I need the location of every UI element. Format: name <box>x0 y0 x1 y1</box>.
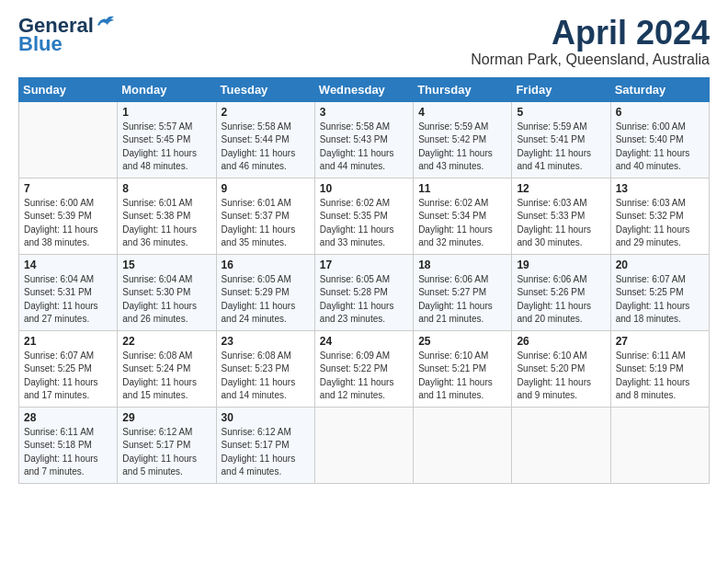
day-info: Sunrise: 6:01 AM Sunset: 5:37 PM Dayligh… <box>222 197 310 250</box>
day-number: 5 <box>517 106 605 119</box>
calendar-cell: 21Sunrise: 6:07 AM Sunset: 5:25 PM Dayli… <box>19 330 118 407</box>
day-number: 10 <box>320 182 408 195</box>
day-number: 18 <box>418 259 506 271</box>
day-info: Sunrise: 6:10 AM Sunset: 5:20 PM Dayligh… <box>517 350 605 403</box>
day-number: 19 <box>517 259 605 271</box>
calendar-cell: 7Sunrise: 6:00 AM Sunset: 5:39 PM Daylig… <box>19 178 118 254</box>
day-number: 27 <box>616 335 704 348</box>
logo-blue: Blue <box>18 33 63 55</box>
day-number: 2 <box>222 106 310 119</box>
calendar-cell: 6Sunrise: 6:00 AM Sunset: 5:40 PM Daylig… <box>610 101 709 178</box>
col-monday: Monday <box>118 77 216 101</box>
day-info: Sunrise: 6:04 AM Sunset: 5:30 PM Dayligh… <box>122 273 210 327</box>
day-info: Sunrise: 6:02 AM Sunset: 5:34 PM Dayligh… <box>418 197 506 250</box>
calendar-cell: 20Sunrise: 6:07 AM Sunset: 5:25 PM Dayli… <box>610 254 709 330</box>
day-number: 30 <box>222 411 310 424</box>
calendar-body: 1Sunrise: 5:57 AM Sunset: 5:45 PM Daylig… <box>19 101 710 483</box>
day-info: Sunrise: 6:03 AM Sunset: 5:33 PM Dayligh… <box>517 197 605 250</box>
col-friday: Friday <box>512 77 610 101</box>
day-number: 15 <box>122 259 210 271</box>
day-number: 4 <box>418 106 506 119</box>
day-info: Sunrise: 6:02 AM Sunset: 5:35 PM Dayligh… <box>320 197 408 250</box>
page-header: General Blue April 2024 Norman Park, Que… <box>18 15 710 68</box>
calendar-cell: 23Sunrise: 6:08 AM Sunset: 5:23 PM Dayli… <box>216 330 314 407</box>
calendar-cell: 10Sunrise: 6:02 AM Sunset: 5:35 PM Dayli… <box>314 178 413 254</box>
calendar-cell: 24Sunrise: 6:09 AM Sunset: 5:22 PM Dayli… <box>314 330 413 407</box>
day-number: 1 <box>122 106 210 119</box>
day-info: Sunrise: 6:05 AM Sunset: 5:29 PM Dayligh… <box>222 273 310 327</box>
calendar-cell <box>610 407 709 483</box>
calendar-cell: 16Sunrise: 6:05 AM Sunset: 5:29 PM Dayli… <box>216 254 314 330</box>
day-number: 26 <box>517 335 605 348</box>
day-info: Sunrise: 6:09 AM Sunset: 5:22 PM Dayligh… <box>320 350 408 403</box>
calendar-cell: 9Sunrise: 6:01 AM Sunset: 5:37 PM Daylig… <box>216 178 314 254</box>
day-number: 9 <box>222 182 310 195</box>
day-info: Sunrise: 6:05 AM Sunset: 5:28 PM Dayligh… <box>320 273 408 327</box>
day-number: 22 <box>122 335 210 348</box>
col-wednesday: Wednesday <box>314 77 413 101</box>
calendar-cell: 25Sunrise: 6:10 AM Sunset: 5:21 PM Dayli… <box>414 330 512 407</box>
day-info: Sunrise: 6:10 AM Sunset: 5:21 PM Dayligh… <box>418 350 506 403</box>
day-number: 13 <box>616 182 704 195</box>
logo-bird-icon <box>96 16 116 32</box>
calendar-cell: 30Sunrise: 6:12 AM Sunset: 5:17 PM Dayli… <box>216 407 314 483</box>
calendar-cell: 29Sunrise: 6:12 AM Sunset: 5:17 PM Dayli… <box>118 407 216 483</box>
day-info: Sunrise: 5:57 AM Sunset: 5:45 PM Dayligh… <box>122 121 210 174</box>
day-number: 23 <box>222 335 310 348</box>
calendar-cell: 12Sunrise: 6:03 AM Sunset: 5:33 PM Dayli… <box>512 178 610 254</box>
day-info: Sunrise: 6:00 AM Sunset: 5:40 PM Dayligh… <box>616 121 704 174</box>
calendar-cell: 11Sunrise: 6:02 AM Sunset: 5:34 PM Dayli… <box>414 178 512 254</box>
day-number: 11 <box>418 182 506 195</box>
col-sunday: Sunday <box>19 77 118 101</box>
calendar-cell <box>414 407 512 483</box>
day-info: Sunrise: 6:03 AM Sunset: 5:32 PM Dayligh… <box>616 197 704 250</box>
day-number: 25 <box>418 335 506 348</box>
day-number: 24 <box>320 335 408 348</box>
day-number: 20 <box>616 259 704 271</box>
calendar-cell: 13Sunrise: 6:03 AM Sunset: 5:32 PM Dayli… <box>610 178 709 254</box>
calendar-cell: 18Sunrise: 6:06 AM Sunset: 5:27 PM Dayli… <box>414 254 512 330</box>
calendar-cell <box>19 101 118 178</box>
day-info: Sunrise: 6:04 AM Sunset: 5:31 PM Dayligh… <box>24 273 112 327</box>
calendar-week-2: 7Sunrise: 6:00 AM Sunset: 5:39 PM Daylig… <box>19 178 710 254</box>
calendar-cell: 1Sunrise: 5:57 AM Sunset: 5:45 PM Daylig… <box>118 101 216 178</box>
calendar-cell <box>314 407 413 483</box>
day-info: Sunrise: 5:59 AM Sunset: 5:42 PM Dayligh… <box>418 121 506 174</box>
calendar-table: Sunday Monday Tuesday Wednesday Thursday… <box>18 77 710 484</box>
header-row: Sunday Monday Tuesday Wednesday Thursday… <box>19 77 710 101</box>
calendar-cell: 15Sunrise: 6:04 AM Sunset: 5:30 PM Dayli… <box>118 254 216 330</box>
calendar-week-1: 1Sunrise: 5:57 AM Sunset: 5:45 PM Daylig… <box>19 101 710 178</box>
calendar-cell: 3Sunrise: 5:58 AM Sunset: 5:43 PM Daylig… <box>314 101 413 178</box>
day-number: 17 <box>320 259 408 271</box>
day-number: 29 <box>122 411 210 424</box>
calendar-cell: 2Sunrise: 5:58 AM Sunset: 5:44 PM Daylig… <box>216 101 314 178</box>
day-info: Sunrise: 6:07 AM Sunset: 5:25 PM Dayligh… <box>24 350 112 403</box>
day-info: Sunrise: 6:08 AM Sunset: 5:24 PM Dayligh… <box>122 350 210 403</box>
calendar-cell: 19Sunrise: 6:06 AM Sunset: 5:26 PM Dayli… <box>512 254 610 330</box>
day-number: 28 <box>24 411 112 424</box>
calendar-cell: 17Sunrise: 6:05 AM Sunset: 5:28 PM Dayli… <box>314 254 413 330</box>
title-block: April 2024 Norman Park, Queensland, Aust… <box>471 15 710 68</box>
col-thursday: Thursday <box>414 77 512 101</box>
day-info: Sunrise: 5:58 AM Sunset: 5:44 PM Dayligh… <box>222 121 310 174</box>
day-info: Sunrise: 6:11 AM Sunset: 5:18 PM Dayligh… <box>24 426 112 479</box>
day-info: Sunrise: 6:06 AM Sunset: 5:27 PM Dayligh… <box>418 273 506 327</box>
calendar-cell: 4Sunrise: 5:59 AM Sunset: 5:42 PM Daylig… <box>414 101 512 178</box>
day-number: 3 <box>320 106 408 119</box>
calendar-week-5: 28Sunrise: 6:11 AM Sunset: 5:18 PM Dayli… <box>19 407 710 483</box>
calendar-week-4: 21Sunrise: 6:07 AM Sunset: 5:25 PM Dayli… <box>19 330 710 407</box>
day-info: Sunrise: 6:06 AM Sunset: 5:26 PM Dayligh… <box>517 273 605 327</box>
day-number: 14 <box>24 259 112 271</box>
month-title: April 2024 <box>471 15 710 52</box>
calendar-cell <box>512 407 610 483</box>
calendar-cell: 14Sunrise: 6:04 AM Sunset: 5:31 PM Dayli… <box>19 254 118 330</box>
day-number: 7 <box>24 182 112 195</box>
col-tuesday: Tuesday <box>216 77 314 101</box>
calendar-header: Sunday Monday Tuesday Wednesday Thursday… <box>19 77 710 101</box>
location: Norman Park, Queensland, Australia <box>471 52 710 68</box>
day-info: Sunrise: 6:01 AM Sunset: 5:38 PM Dayligh… <box>122 197 210 250</box>
calendar-cell: 27Sunrise: 6:11 AM Sunset: 5:19 PM Dayli… <box>610 330 709 407</box>
calendar-cell: 28Sunrise: 6:11 AM Sunset: 5:18 PM Dayli… <box>19 407 118 483</box>
calendar-cell: 26Sunrise: 6:10 AM Sunset: 5:20 PM Dayli… <box>512 330 610 407</box>
day-info: Sunrise: 6:12 AM Sunset: 5:17 PM Dayligh… <box>122 426 210 479</box>
